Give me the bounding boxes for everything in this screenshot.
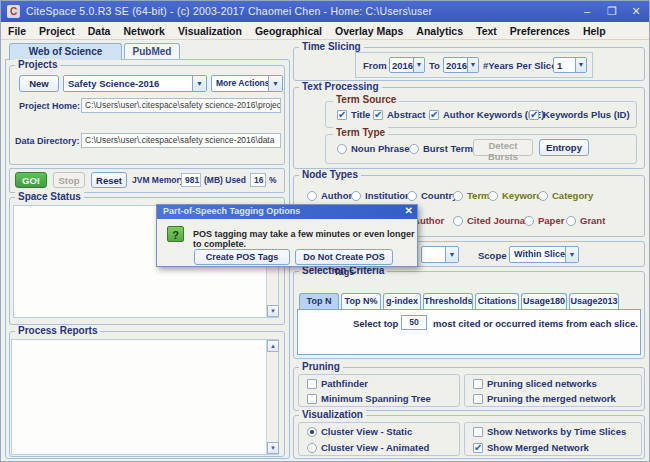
term-type-label: Term Type — [333, 127, 388, 138]
menu-file[interactable]: File — [8, 25, 26, 37]
scroll-down-icon[interactable]: ▼ — [267, 305, 279, 317]
menu-project[interactable]: Project — [39, 25, 75, 37]
tab-g-index[interactable]: g-index — [383, 293, 421, 309]
checkbox-keywords-plus[interactable]: Keywords Plus (ID) — [529, 109, 630, 120]
space-status-label: Space Status — [15, 191, 84, 202]
checkbox-author-keywords[interactable]: Author Keywords (DE) — [429, 109, 544, 120]
menu-help[interactable]: Help — [583, 25, 606, 37]
scope-combo[interactable]: Within Slices ▼ — [509, 246, 579, 263]
menu-visualization[interactable]: Visualization — [178, 25, 242, 37]
dialog-title-bar[interactable]: Part-of-Speech Tagging Options ✕ — [157, 205, 417, 219]
process-reports-pane[interactable] — [11, 339, 279, 455]
project-home-label: Project Home: — [19, 101, 80, 111]
data-directory-field[interactable]: C:\Users\user\.citespace\safety science-… — [81, 133, 281, 148]
process-reports-scrollbar[interactable]: ▲ ▼ — [266, 340, 278, 454]
radio-author[interactable]: Author — [307, 190, 352, 201]
checkbox-show-merged-network[interactable]: Show Merged Network — [473, 442, 589, 453]
maximize-button[interactable]: ❐ — [600, 1, 624, 22]
project-combo[interactable]: Safety Science-2016 ▼ — [63, 75, 207, 92]
checkbox-label: Pruning the merged network — [487, 393, 616, 404]
tab-pubmed[interactable]: PubMed — [124, 43, 180, 60]
scroll-down-icon[interactable]: ▼ — [267, 442, 279, 454]
more-actions-combo[interactable]: More Actions ... ▼ — [211, 75, 283, 92]
tab-top-n-percent[interactable]: Top N% — [341, 293, 381, 309]
checkbox-label: Title — [351, 109, 370, 120]
create-pos-tags-button[interactable]: Create POS Tags — [194, 249, 290, 265]
radio-icon — [337, 144, 347, 154]
radio-cluster-view-static[interactable]: Cluster View - Static — [307, 426, 412, 437]
scope-value: Within Slices — [510, 247, 565, 262]
tab-thresholds[interactable]: Thresholds — [423, 293, 473, 309]
menu-data[interactable]: Data — [88, 25, 111, 37]
years-per-slice-combo[interactable]: 1 ▼ — [553, 57, 587, 73]
radio-grant[interactable]: Grant — [566, 215, 605, 226]
term-source-label: Term Source — [333, 94, 399, 105]
new-project-button[interactable]: New — [19, 75, 59, 92]
menu-analytics[interactable]: Analytics — [416, 25, 463, 37]
chevron-down-icon[interactable]: ▼ — [413, 58, 424, 72]
to-year-combo[interactable]: 2016 ▼ — [443, 57, 479, 73]
menu-network[interactable]: Network — [123, 25, 164, 37]
tab-citations[interactable]: Citations — [475, 293, 519, 309]
checkbox-icon — [473, 427, 483, 437]
tab-usage180[interactable]: Usage180 — [521, 293, 567, 309]
visualization-label: Visualization — [299, 409, 366, 420]
select-top-label: Select top — [353, 318, 398, 329]
reset-button[interactable]: Reset — [91, 172, 127, 188]
radio-cluster-view-animated[interactable]: Cluster View - Animated — [307, 442, 429, 453]
select-top-input[interactable]: 50 — [401, 315, 427, 330]
radio-keyword[interactable]: Keyword — [488, 190, 542, 201]
radio-burst-terms[interactable]: Burst Terms — [409, 143, 478, 154]
checkbox-show-networks-by-time-slices[interactable]: Show Networks by Time Slices — [473, 426, 626, 437]
chevron-down-icon[interactable]: ▼ — [575, 58, 586, 72]
chevron-down-icon[interactable]: ▼ — [268, 76, 282, 91]
tab-web-of-science[interactable]: Web of Science — [9, 43, 122, 60]
menu-overlay-maps[interactable]: Overlay Maps — [335, 25, 403, 37]
process-reports-label: Process Reports — [15, 325, 100, 336]
dialog-message: POS tagging may take a few minutes or ev… — [193, 229, 415, 249]
checkbox-pruning-sliced-networks[interactable]: Pruning sliced networks — [473, 378, 597, 389]
close-button[interactable]: ✕ — [624, 1, 648, 22]
menu-preferences[interactable]: Preferences — [510, 25, 570, 37]
chevron-down-icon[interactable]: ▼ — [467, 58, 478, 72]
do-not-create-pos-tags-button[interactable]: Do Not Create POS Tags — [295, 249, 393, 265]
checkbox-title[interactable]: Title — [337, 109, 370, 120]
radio-paper[interactable]: Paper — [524, 215, 564, 226]
close-icon[interactable]: ✕ — [405, 205, 413, 216]
checkbox-pruning-merged-network[interactable]: Pruning the merged network — [473, 393, 616, 404]
menu-text[interactable]: Text — [476, 25, 497, 37]
checkbox-icon — [337, 110, 347, 120]
menu-bar: File Project Data Network Visualization … — [1, 22, 650, 40]
to-label: To — [429, 60, 440, 71]
detect-bursts-button[interactable]: Detect Bursts — [473, 139, 533, 156]
radio-label: Paper — [538, 215, 564, 226]
minimize-button[interactable]: – — [575, 1, 599, 22]
radio-institution[interactable]: Institution — [351, 190, 411, 201]
radio-country[interactable]: Country — [407, 190, 457, 201]
radio-icon — [453, 216, 463, 226]
links-strength-combo[interactable]: ▼ — [421, 246, 459, 263]
tab-top-n[interactable]: Top N — [299, 293, 339, 309]
chevron-down-icon[interactable]: ▼ — [192, 76, 206, 91]
checkbox-icon — [429, 110, 439, 120]
radio-category[interactable]: Category — [538, 190, 593, 201]
checkbox-abstract[interactable]: Abstract — [373, 109, 426, 120]
data-directory-label: Data Directory: — [15, 136, 80, 146]
from-year-combo[interactable]: 2016 ▼ — [389, 57, 425, 73]
radio-noun-phrases[interactable]: Noun Phrases — [337, 143, 415, 154]
go-button[interactable]: GO! — [15, 172, 47, 188]
stop-button[interactable]: Stop — [53, 172, 85, 188]
scroll-up-icon[interactable]: ▲ — [267, 340, 279, 352]
radio-icon — [409, 144, 419, 154]
radio-term[interactable]: Term — [453, 190, 490, 201]
checkbox-minimum-spanning-tree[interactable]: Minimum Spanning Tree — [307, 393, 431, 404]
checkbox-pathfinder[interactable]: Pathfinder — [307, 378, 368, 389]
chevron-down-icon[interactable]: ▼ — [565, 247, 578, 262]
menu-geographical[interactable]: Geographical — [255, 25, 322, 37]
tab-usage2013[interactable]: Usage2013 — [569, 293, 619, 309]
entropy-button[interactable]: Entropy — [539, 139, 589, 156]
radio-cited-journal[interactable]: Cited Journal — [453, 215, 528, 226]
chevron-down-icon[interactable]: ▼ — [445, 247, 458, 262]
project-home-field[interactable]: C:\Users\user\.citespace\safety science-… — [81, 98, 281, 113]
top-n-tab-panel — [297, 309, 641, 355]
